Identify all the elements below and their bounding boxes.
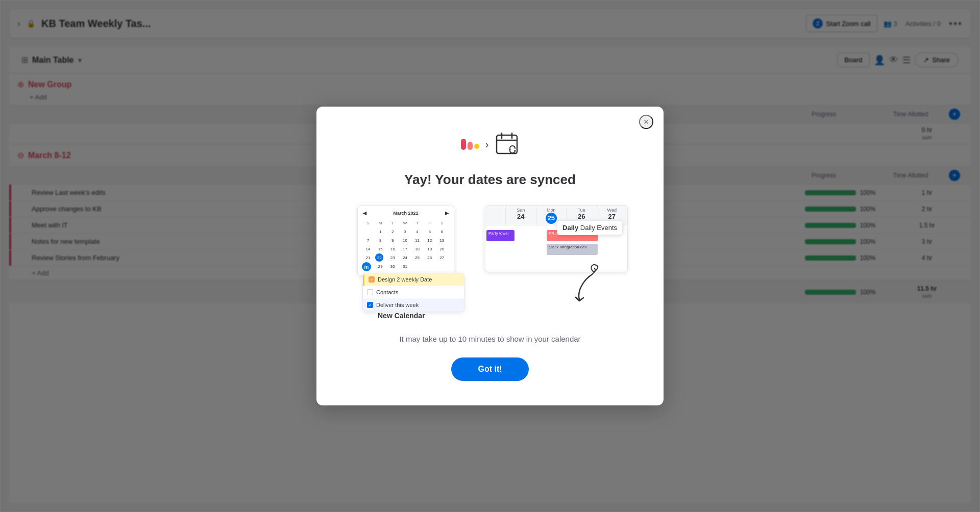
mini-cal-header: T [387,219,398,227]
monday-logo [461,139,479,150]
modal-logo-area: › [461,131,520,158]
list-item: ✓ Design 2 weekly Date [363,273,464,286]
arrow-illustration [561,264,602,312]
mini-cal-header: M [375,219,385,227]
mini-cal-day: 24 [400,253,410,262]
mini-cal-day: 6 [437,227,447,236]
modal-overlay: × › [0,0,980,512]
week-num: 24 [507,213,535,220]
mini-cal-day: 21 [363,253,373,262]
week-time-header [485,206,506,226]
daily-events-popup: Daily Daily Events [557,220,623,235]
new-calendar-label: New Calendar [378,312,425,320]
checkbox-unchecked [367,289,373,295]
item-label: Deliver this week [376,302,419,308]
mini-cal-nav: ◀ March 2021 ▶ [363,211,449,216]
calendar-icon-container [495,131,519,158]
mini-cal-day: 1 [375,227,385,236]
weekly-calendar: Sun 24 Mon 25 Tue 26 Wed 27 [485,205,628,272]
mini-cal-day: 14 [363,245,373,253]
mini-cal-day: 15 [375,245,385,253]
logo-dot-yellow [474,144,479,149]
mini-cal-day: 17 [400,245,410,253]
daily-label-bold: Daily [562,224,578,232]
mini-cal-day: 10 [400,236,410,244]
mini-cal-day: 19 [425,245,435,253]
mini-cal-day: 23 [387,253,398,262]
mini-cal-day: 12 [425,236,435,244]
mini-cal-day: 5 [425,227,435,236]
checkbox-checked: ✓ [367,302,373,308]
week-num-today: 25 [546,213,557,224]
mini-cal-day: 30 [387,262,398,270]
mini-cal-day: 31 [400,262,410,270]
weekly-event-slack: Slack Integration dev [547,244,598,255]
week-num: 27 [598,213,626,220]
list-item: Contacts [363,286,464,299]
curved-arrow-icon [561,264,602,310]
sync-modal: × › [316,107,664,405]
logo-bar-red [461,139,466,150]
mini-cal-header: F [425,219,435,227]
mini-calendar: ◀ March 2021 ▶ S M T W T F S 1 2 3 4 [357,205,454,276]
mini-cal-day [363,227,373,236]
mini-cal-day: 27 [437,253,447,262]
week-day-sun: Sun 24 [506,206,536,226]
mini-cal-grid: S M T W T F S 1 2 3 4 5 6 7 8 9 [363,219,449,270]
mini-cal-header: S [363,219,373,227]
mini-cal-day: 8 [375,236,385,244]
mini-cal-today: 22 [375,253,383,262]
weekly-event-party: Party towel [486,230,514,241]
mini-cal-day: 11 [412,236,423,244]
mini-cal-day: 3 [400,227,410,236]
mini-cal-header: S [437,219,447,227]
item-label: Contacts [376,289,398,295]
mini-cal-day: 16 [387,245,398,253]
mini-cal-day: 9 [387,236,398,244]
mini-cal-day: 26 [425,253,435,262]
list-item: ✓ Deliver this week [363,299,464,312]
mini-cal-day: 7 [363,236,373,244]
item-label: Design 2 weekly Date [378,276,432,283]
checkbox-checked: ✓ [369,276,375,283]
modal-subtitle: It may take up to 10 minutes to show in … [399,335,580,343]
monday-items-list: ✓ Design 2 weekly Date Contacts ✓ Delive… [362,273,464,312]
mini-cal-day: 20 [437,245,447,253]
mini-cal-day: 25 [412,253,423,262]
arrow-right-icon: › [485,139,489,150]
mini-cal-day: 2 [387,227,398,236]
mini-cal-day: 4 [412,227,423,236]
got-it-button[interactable]: Got it! [451,357,528,381]
svg-rect-0 [497,135,517,153]
modal-title: Yay! Your dates are synced [404,172,576,188]
week-num: 26 [568,213,596,220]
calendar-sync-icon [495,131,519,156]
mini-cal-day: 29 [375,262,385,270]
mini-cal-header: T [412,219,423,227]
mini-cal-day: 18 [412,245,423,253]
mini-cal-badge: m [362,262,371,271]
daily-label-events: Daily Events [580,224,617,232]
svg-marker-5 [514,150,516,151]
modal-close-button[interactable]: × [639,115,653,129]
logo-bar-orange [468,142,473,150]
svg-marker-4 [509,148,511,150]
mini-cal-header: W [400,219,410,227]
mini-cal-day: 13 [437,236,447,244]
modal-illustration: ◀ March 2021 ▶ S M T W T F S 1 2 3 4 [347,200,633,322]
